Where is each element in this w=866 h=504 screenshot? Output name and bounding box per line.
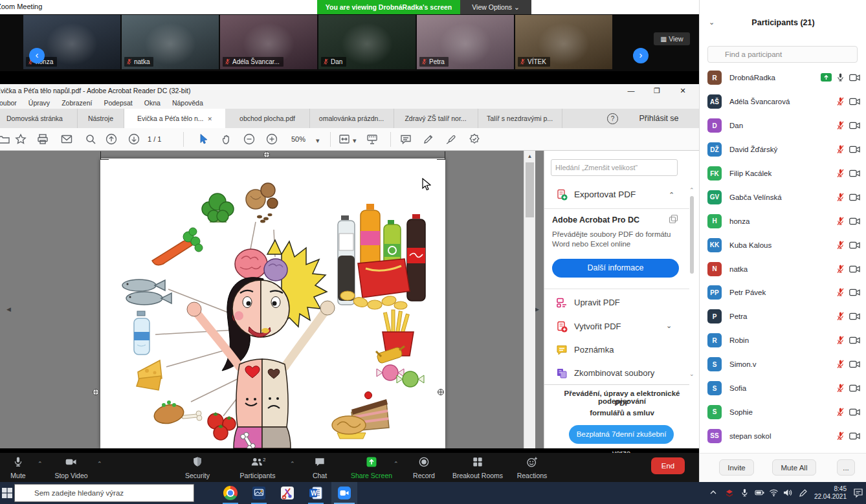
participants-button[interactable]: 21 Participants	[228, 455, 287, 479]
reactions-button[interactable]: Reactions	[502, 455, 562, 479]
participant-row[interactable]: N natka	[700, 257, 866, 281]
invite-button[interactable]: Invite	[719, 459, 754, 476]
select-tool-icon[interactable]	[196, 133, 209, 146]
taskbar-clock[interactable]: 8:45 22.04.2021	[810, 485, 847, 501]
participant-row[interactable]: SS stepan sokol	[700, 424, 866, 448]
sign-pen-icon[interactable]	[445, 133, 458, 146]
edit-pdf-tool[interactable]: Upravit PDF	[544, 291, 689, 314]
zoom-level-dropdown-icon[interactable]: ▾	[316, 137, 320, 145]
participant-row[interactable]: GV Gabča Velínská	[700, 185, 866, 209]
chat-button[interactable]: Chat	[290, 455, 350, 479]
free-trial-button[interactable]: Bezplatná 7denní zkušební verze	[569, 425, 674, 444]
participant-row[interactable]: FK Filip Kacálek	[700, 162, 866, 186]
print-icon[interactable]	[36, 133, 49, 146]
send-for-signature-icon[interactable]	[468, 133, 481, 146]
pane-scroll-up-icon[interactable]: ⌃	[689, 187, 694, 193]
close-tab-icon[interactable]: ✕	[208, 116, 213, 122]
menu-edit[interactable]: Úpravy	[23, 98, 56, 107]
export-pdf-tool[interactable]: Exportovat PDF ⌃	[544, 183, 689, 206]
mute-button[interactable]: Mute	[0, 455, 48, 479]
tray-battery-icon[interactable]	[755, 488, 764, 497]
tray-expand-icon[interactable]	[709, 488, 717, 496]
video-tile[interactable]: Adéla Švancar...	[220, 15, 317, 69]
tab-tools[interactable]: Nástroje	[78, 109, 124, 128]
document-tab[interactable]: Zdravý ZŠ talíř nor...	[394, 109, 478, 128]
collapse-icon[interactable]: ⌃	[669, 191, 674, 199]
widget-marker-icon[interactable]	[437, 388, 445, 396]
email-icon[interactable]	[60, 133, 73, 146]
comment-tool[interactable]: Poznámka	[544, 338, 689, 362]
scrollbar-thumb[interactable]	[526, 162, 534, 217]
more-info-button[interactable]: Další informace	[552, 259, 679, 278]
combine-files-tool[interactable]: Zkombinovat soubory	[544, 362, 689, 385]
participant-row[interactable]: S Simon.v	[700, 353, 866, 377]
tray-pen-icon[interactable]	[799, 488, 808, 498]
record-button[interactable]: Record	[394, 455, 454, 479]
menu-window[interactable]: Okna	[139, 98, 166, 107]
document-tab[interactable]: omalovánka prázdn...	[309, 109, 394, 128]
taskbar-zoom-icon[interactable]	[331, 482, 357, 504]
tab-home[interactable]: Domovská stránka	[0, 109, 78, 128]
prev-videos-button[interactable]: ‹	[29, 48, 45, 63]
participant-row[interactable]: DŽ David Žďárský	[700, 138, 866, 162]
video-tile[interactable]: VÍTEK	[515, 15, 612, 69]
acrobat-minimize-button[interactable]: —	[621, 84, 641, 98]
taskbar-word-icon[interactable]: W	[303, 482, 329, 504]
gallery-view-button[interactable]: ▦ View	[654, 32, 690, 45]
find-participant-input[interactable]	[707, 46, 858, 63]
participant-row[interactable]: S Sofia	[700, 377, 866, 400]
more-options-button[interactable]: ...	[837, 459, 855, 476]
zoom-in-icon[interactable]	[265, 133, 278, 146]
mute-all-button[interactable]: Mute All	[772, 459, 816, 476]
share-screen-button[interactable]: Share Screen	[342, 455, 401, 479]
previous-page-icon[interactable]	[105, 133, 118, 146]
document-tab[interactable]: Talíř s nezdravými p...	[478, 109, 562, 128]
tray-antivirus-icon[interactable]	[725, 488, 734, 498]
comment-icon[interactable]	[399, 133, 412, 146]
search-icon[interactable]	[84, 133, 97, 146]
participant-row[interactable]: H honza	[700, 209, 866, 233]
help-icon[interactable]: ?	[607, 113, 618, 124]
video-options-caret[interactable]: ⌃	[97, 461, 102, 467]
participant-row[interactable]: KK Kuba Kalous	[700, 233, 866, 257]
zoom-level-value[interactable]: 50%	[291, 135, 305, 143]
participant-row[interactable]: P Petra	[700, 305, 866, 329]
presentation-mode-icon[interactable]	[366, 133, 379, 146]
expand-icon[interactable]: ⌄	[666, 322, 672, 330]
video-tile[interactable]: Dan	[318, 15, 416, 69]
menu-file[interactable]: Soubor	[0, 98, 23, 107]
participant-row[interactable]: D Dan	[700, 114, 866, 138]
widget-marker-icon[interactable]	[263, 151, 271, 159]
document-tab[interactable]: obchod plocha.pdf	[225, 109, 310, 128]
menu-sign[interactable]: Podepsat	[98, 98, 138, 107]
open-file-icon[interactable]	[0, 133, 10, 146]
sign-in-link[interactable]: Přihlásit se	[623, 109, 695, 128]
fit-width-icon[interactable]	[338, 133, 351, 146]
next-videos-button[interactable]: ›	[633, 48, 649, 63]
video-tile[interactable]: natka	[122, 15, 219, 69]
tray-mic-icon[interactable]	[740, 488, 749, 498]
zoom-out-icon[interactable]	[243, 133, 256, 146]
tray-wifi-icon[interactable]	[769, 488, 779, 497]
next-page-icon[interactable]	[128, 133, 140, 146]
left-panel-expander-icon[interactable]: ◀	[6, 306, 11, 312]
stop-video-button[interactable]: Stop Video	[41, 455, 101, 479]
scroll-up-icon[interactable]: ▲	[524, 153, 535, 159]
security-button[interactable]: Security	[168, 455, 227, 479]
participant-row[interactable]: R DrobnáRadka	[700, 66, 866, 90]
hand-tool-icon[interactable]	[220, 133, 233, 146]
participant-row[interactable]: S Sophie	[700, 400, 866, 424]
taskbar-chrome-icon[interactable]	[217, 482, 243, 504]
taskbar-snip-tool-icon[interactable]	[274, 482, 300, 504]
document-tab[interactable]: Evička a Péťa tělo n...✕	[124, 109, 225, 128]
fit-dropdown-icon[interactable]: ▾	[353, 137, 357, 145]
page-indicator[interactable]: 1 / 1	[148, 135, 161, 143]
participant-row[interactable]: AŠ Adéla Švancarová	[700, 90, 866, 114]
pane-scroll-down-icon[interactable]: ⌄	[689, 371, 694, 377]
menu-help[interactable]: Nápověda	[166, 98, 209, 107]
right-panel-expander-icon[interactable]: ▶	[535, 306, 539, 312]
taskbar-photos-app-icon[interactable]	[246, 482, 272, 504]
participant-row[interactable]: PP Petr Pávek	[700, 281, 866, 305]
fill-sign-pencil-icon[interactable]	[422, 133, 435, 146]
star-icon[interactable]	[14, 133, 27, 146]
